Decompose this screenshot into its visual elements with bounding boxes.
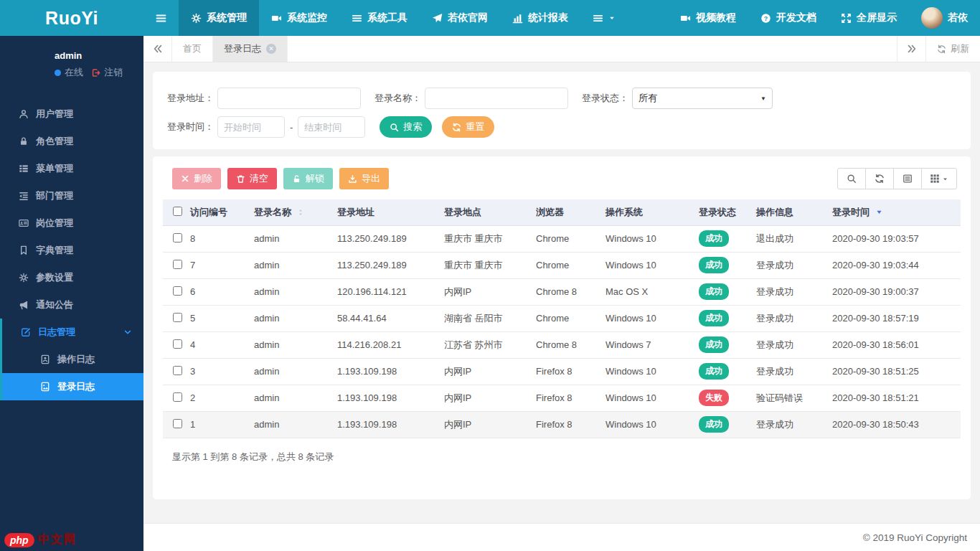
cell-os: Windows 10 — [603, 358, 696, 385]
delete-button[interactable]: 删除 — [172, 168, 221, 189]
end-time-input[interactable] — [298, 116, 365, 138]
user-avatar-large[interactable] — [9, 46, 46, 83]
sidebar-submenu-logs: 操作日志 登录日志 — [2, 346, 143, 400]
clear-button[interactable]: 清空 — [227, 168, 277, 189]
caret-down-icon — [608, 14, 616, 22]
reset-button[interactable]: 重置 — [442, 116, 494, 138]
sidebar-item-menus[interactable]: 菜单管理 — [0, 155, 143, 182]
cell-ip: 114.216.208.21 — [334, 331, 441, 358]
sidebar-toggle-button[interactable] — [143, 0, 179, 36]
status-select[interactable]: 所有 ▼ — [632, 88, 773, 109]
nav-item-system-manage[interactable]: 系统管理 — [179, 0, 259, 36]
tabs-scroll-right-button[interactable] — [897, 36, 925, 62]
cell-time: 2020-09-30 19:03:57 — [829, 225, 961, 252]
close-icon[interactable]: ✕ — [266, 44, 276, 54]
tab-label: 登录日志 — [224, 42, 261, 55]
nav-item-fullscreen[interactable]: 全屏显示 — [829, 0, 909, 36]
nav-item-dev-docs[interactable]: ? 开发文档 — [748, 0, 829, 36]
login-name-input[interactable] — [425, 88, 568, 109]
cell-os: Windows 7 — [603, 331, 696, 358]
cell-name: admin — [251, 278, 334, 305]
cell-ip: 120.196.114.121 — [334, 278, 441, 305]
table-refresh-button[interactable] — [865, 168, 894, 189]
cell-message: 退出成功 — [753, 225, 829, 252]
table-detail-view-button[interactable] — [893, 168, 922, 189]
clear-button-label: 清空 — [250, 172, 268, 185]
table-row: 1admin1.193.109.198内网IPFirefox 8Windows … — [163, 411, 961, 438]
tabs-scroll-left-button[interactable] — [143, 36, 172, 62]
user-menu[interactable]: 若依 — [909, 0, 980, 36]
login-time-label: 登录时间： — [167, 121, 214, 133]
cell-location: 重庆市 重庆市 — [441, 252, 533, 278]
search-icon — [390, 123, 399, 132]
cell-browser: Chrome — [533, 252, 603, 278]
cell-name: admin — [251, 252, 334, 278]
cell-message: 登录成功 — [753, 252, 829, 278]
status-badge: 成功 — [699, 230, 729, 247]
cell-name: admin — [251, 358, 334, 385]
row-checkbox[interactable] — [173, 339, 182, 349]
download-icon — [348, 174, 357, 184]
table-row: 7admin113.250.249.189重庆市 重庆市ChromeWindow… — [163, 252, 961, 278]
row-checkbox[interactable] — [173, 366, 182, 375]
sidebar-item-label: 登录日志 — [57, 380, 95, 393]
tab-home[interactable]: 首页 — [172, 36, 213, 62]
trash-icon — [236, 174, 245, 184]
status-badge: 失败 — [699, 390, 729, 406]
cell-ip: 113.250.249.189 — [334, 252, 441, 278]
export-button-label: 导出 — [362, 172, 380, 185]
sidebar-item-users[interactable]: 用户管理 — [0, 100, 143, 128]
login-name-label: 登录名称： — [374, 92, 421, 105]
nav-item-video-tutorial[interactable]: 视频教程 — [668, 0, 748, 36]
row-checkbox[interactable] — [173, 419, 182, 428]
cell-time: 2020-09-30 19:00:37 — [829, 278, 961, 305]
sidebar-item-parameters[interactable]: 参数设置 — [0, 264, 143, 291]
table-columns-button[interactable] — [921, 168, 957, 189]
chevron-down-icon — [123, 328, 132, 336]
tab-login-log[interactable]: 登录日志 ✕ — [213, 36, 288, 62]
unlock-button[interactable]: 解锁 — [283, 168, 333, 189]
nav-item-system-tools[interactable]: 系统工具 — [339, 0, 420, 36]
row-checkbox[interactable] — [173, 260, 182, 269]
search-button-label: 搜索 — [403, 121, 422, 133]
cell-status: 成功 — [696, 305, 753, 331]
table-search-toggle-button[interactable] — [837, 168, 866, 189]
start-time-input[interactable] — [217, 116, 285, 138]
top-navbar: RuoYi 系统管理 系统监控 系统工具 若依官网 统计报表 视频教程 ? 开发… — [0, 0, 980, 36]
nav-item-label: 系统管理 — [207, 11, 247, 24]
export-button[interactable]: 导出 — [339, 168, 389, 189]
log-table-body: 8admin113.250.249.189重庆市 重庆市ChromeWindow… — [163, 225, 961, 438]
refresh-tab-button[interactable]: 刷新 — [925, 36, 980, 62]
column-header-time: 登录时间 — [832, 206, 870, 219]
column-header-time-sortable[interactable]: 登录时间 — [829, 199, 961, 225]
sidebar-item-dictionary[interactable]: 字典管理 — [0, 237, 143, 264]
edit-icon — [21, 327, 31, 337]
nav-item-system-monitor[interactable]: 系统监控 — [259, 0, 339, 36]
nav-item-label: 视频教程 — [696, 11, 736, 24]
column-header-name-sortable[interactable]: 登录名称 — [251, 199, 334, 225]
row-checkbox[interactable] — [173, 233, 182, 242]
logout-link[interactable]: 注销 — [104, 66, 123, 79]
login-ip-input[interactable] — [217, 88, 361, 109]
status-badge: 成功 — [699, 310, 729, 326]
nav-item-official-site[interactable]: 若依官网 — [420, 0, 500, 36]
bookmark-icon — [19, 245, 29, 255]
date-range-separator: - — [290, 122, 293, 133]
sidebar-item-operation-log[interactable]: 操作日志 — [2, 346, 143, 373]
sidebar-item-notices[interactable]: 通知公告 — [0, 291, 143, 319]
sidebar-item-roles[interactable]: 角色管理 — [0, 128, 143, 155]
sidebar-item-login-log[interactable]: 登录日志 — [2, 373, 143, 400]
sidebar-item-posts[interactable]: 岗位管理 — [0, 209, 143, 237]
search-button[interactable]: 搜索 — [380, 116, 432, 138]
row-checkbox[interactable] — [173, 286, 182, 296]
row-checkbox[interactable] — [173, 313, 182, 322]
user-icon — [19, 109, 29, 119]
row-checkbox[interactable] — [173, 392, 182, 402]
sidebar-item-departments[interactable]: 部门管理 — [0, 182, 143, 209]
sidebar-item-log-manage[interactable]: 日志管理 — [2, 319, 143, 346]
select-all-checkbox[interactable] — [173, 207, 182, 216]
nav-item-statistics[interactable]: 统计报表 — [500, 0, 580, 36]
nav-more-dropdown[interactable] — [580, 0, 628, 36]
lock-icon — [19, 136, 29, 146]
sidebar-item-label: 字典管理 — [36, 244, 73, 257]
